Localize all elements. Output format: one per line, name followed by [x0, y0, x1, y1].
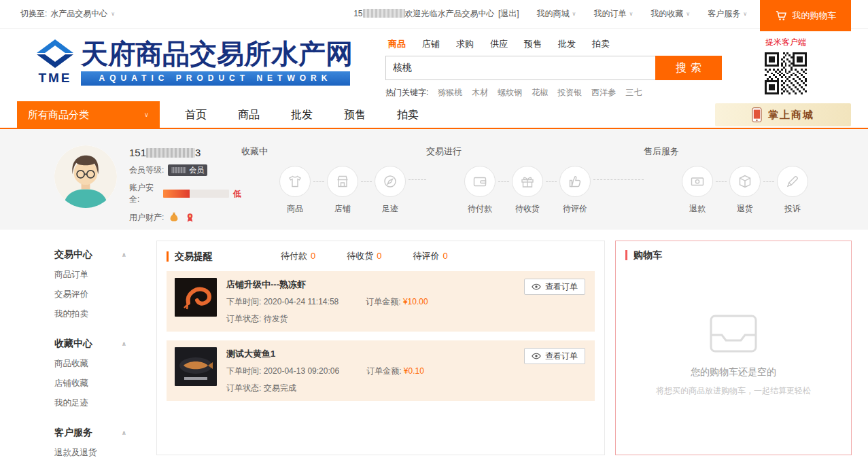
- thumbs-up-icon: [567, 173, 583, 190]
- panel-title: 交易提醒: [167, 251, 213, 262]
- switch-market-link[interactable]: 水产品交易中心: [50, 8, 107, 20]
- nav-item-home[interactable]: 首页: [169, 108, 222, 122]
- refund-icon: [689, 173, 706, 190]
- phone-icon: [752, 107, 762, 123]
- sidebar-item-my-footprints[interactable]: 我的足迹: [54, 397, 156, 409]
- chevron-down-icon: ∨: [686, 12, 690, 17]
- order-title[interactable]: 店铺升级中---熟冻虾: [226, 279, 428, 291]
- fav-shops-item[interactable]: 店铺: [324, 166, 361, 215]
- all-categories-button[interactable]: 所有商品分类 ∨: [17, 101, 160, 128]
- cart-empty-title: 您的购物车还是空的: [625, 366, 841, 378]
- pending-review-item[interactable]: 待评价: [557, 166, 593, 215]
- search-tab-buying[interactable]: 求购: [456, 38, 474, 50]
- hot-keyword[interactable]: 投资银: [557, 87, 582, 99]
- search-tab-auction[interactable]: 拍卖: [592, 38, 610, 50]
- mobile-mall-label: 掌上商城: [768, 109, 814, 122]
- security-progress-bar: [163, 190, 229, 198]
- nav-item-presale[interactable]: 预售: [328, 108, 381, 122]
- search-area: 商品 店铺 求购 供应 预售 批发 拍卖 搜索 热门关键字: 猕猴桃 木材 螺纹…: [385, 38, 722, 99]
- security-level-value: 低: [233, 188, 241, 200]
- refund-item[interactable]: 退款: [679, 166, 716, 215]
- sidebar-item-shop-favorites[interactable]: 店铺收藏: [54, 378, 156, 389]
- sidebar-item-product-orders[interactable]: 商品订单: [54, 269, 156, 281]
- menu-my-orders[interactable]: 我的订单 ∨: [593, 8, 633, 20]
- view-order-button[interactable]: 查看订单: [524, 279, 585, 295]
- tab-pending-receipt[interactable]: 待收货0: [347, 250, 381, 262]
- tab-pending-review[interactable]: 待评价0: [413, 250, 447, 262]
- sidebar-section-trading[interactable]: 交易中心 ∧: [54, 249, 126, 261]
- mobile-mall-banner[interactable]: 掌上商城: [715, 103, 851, 126]
- phone-prefix: 15: [353, 9, 362, 18]
- chevron-down-icon: ∨: [572, 12, 576, 17]
- footprints-item[interactable]: 足迹: [372, 166, 409, 215]
- medal-icon[interactable]: [184, 212, 196, 224]
- search-tab-supply[interactable]: 供应: [490, 38, 508, 50]
- my-cart-button[interactable]: 我的购物车: [760, 0, 851, 31]
- main-content: 交易中心 ∧ 商品订单 交易评价 我的拍卖 收藏中心 ∧ 商品收藏 店铺收藏 我…: [0, 230, 868, 460]
- search-button[interactable]: 搜索: [655, 56, 722, 80]
- return-goods-item[interactable]: 退货: [727, 166, 763, 215]
- hot-keyword[interactable]: 螺纹钢: [498, 87, 522, 99]
- cart-panel: 购物车 您的购物车还是空的 将想买的商品放进购物车，一起结算更轻松: [615, 241, 852, 455]
- hot-keyword[interactable]: 三七: [625, 87, 642, 99]
- group-favorites: 收藏中 商品 店铺 足迹: [241, 145, 409, 230]
- user-property-label: 用户财产:: [129, 212, 164, 224]
- hot-keyword[interactable]: 木材: [472, 87, 488, 99]
- logo-tme-text: TME: [38, 71, 71, 86]
- sidebar-item-trade-reviews[interactable]: 交易评价: [54, 289, 156, 300]
- cart-icon: [775, 10, 787, 22]
- sidebar-section-customer-service[interactable]: 客户服务 ∧: [54, 427, 126, 439]
- chevron-down-icon: ∨: [111, 12, 115, 17]
- hot-keyword[interactable]: 猕猴桃: [438, 87, 462, 99]
- search-tab-wholesale[interactable]: 批发: [558, 38, 576, 50]
- chevron-down-icon: ∨: [743, 12, 747, 17]
- order-thumbnail[interactable]: [175, 278, 217, 317]
- money-bag-icon[interactable]: [168, 211, 180, 224]
- order-thumbnail[interactable]: [175, 347, 217, 386]
- welcome-text: 15欢迎光临水产品交易中心 [退出]: [353, 8, 519, 20]
- menu-my-favorites-label: 我的收藏: [650, 8, 683, 20]
- welcome-message: 欢迎光临水产品交易中心: [405, 9, 495, 18]
- hot-keyword[interactable]: 花椒: [532, 87, 548, 99]
- menu-my-favorites[interactable]: 我的收藏 ∨: [650, 8, 690, 20]
- search-tab-shops[interactable]: 店铺: [422, 38, 440, 50]
- menu-customer-service[interactable]: 客户服务 ∨: [708, 8, 747, 20]
- account-security-label: 账户安全:: [129, 182, 159, 205]
- order-card: 店铺升级中---熟冻虾 下单时间: 2020-04-24 11:14:58 订单…: [167, 271, 595, 332]
- sidebar-item-goods-favorites[interactable]: 商品收藏: [54, 358, 156, 370]
- return-box-icon: [737, 173, 753, 190]
- order-time: 下单时间: 2020-04-13 09:20:06: [226, 366, 339, 377]
- cart-panel-title: 购物车: [625, 250, 841, 260]
- view-order-button[interactable]: 查看订单: [524, 348, 585, 364]
- sidebar-section-favorites[interactable]: 收藏中心 ∧: [54, 338, 126, 350]
- qr-code: [765, 52, 807, 94]
- pending-receipt-item[interactable]: 待收货: [509, 166, 546, 215]
- redacted-phone: [363, 9, 405, 18]
- hot-keyword[interactable]: 西洋参: [591, 87, 616, 99]
- redacted-username: [146, 148, 195, 158]
- site-logo[interactable]: TME 天府商品交易所水产网 AQUATIC PRODUCT NETWORK: [36, 39, 353, 86]
- tab-pending-payment[interactable]: 待付款0: [281, 250, 315, 262]
- search-input[interactable]: [385, 56, 655, 80]
- sidebar-item-refunds-returns[interactable]: 退款及退货: [54, 447, 156, 459]
- pending-payment-item[interactable]: 待付款: [462, 166, 498, 215]
- nav-item-wholesale[interactable]: 批发: [275, 108, 328, 122]
- search-tab-presale[interactable]: 预售: [524, 38, 542, 50]
- username: 1513: [129, 147, 241, 158]
- nav-item-goods[interactable]: 商品: [222, 108, 275, 122]
- complaint-item[interactable]: 投诉: [774, 166, 811, 215]
- logout-link[interactable]: [退出]: [498, 9, 519, 18]
- client-label: 提米客户端: [754, 37, 817, 48]
- nav-item-auction[interactable]: 拍卖: [381, 108, 434, 122]
- order-card: 测试大黄鱼1 下单时间: 2020-04-13 09:20:06 订单金额: ¥…: [167, 340, 595, 401]
- order-title[interactable]: 测试大黄鱼1: [226, 348, 424, 360]
- fav-goods-item[interactable]: 商品: [277, 166, 313, 215]
- sidebar: 交易中心 ∧ 商品订单 交易评价 我的拍卖 收藏中心 ∧ 商品收藏 店铺收藏 我…: [54, 241, 156, 460]
- eye-icon: [532, 283, 541, 290]
- search-tab-goods[interactable]: 商品: [388, 38, 406, 50]
- chevron-up-icon: ∧: [122, 430, 126, 436]
- cart-empty-subtitle: 将想买的商品放进购物车，一起结算更轻松: [625, 385, 841, 397]
- sidebar-item-my-auctions[interactable]: 我的拍卖: [54, 308, 156, 320]
- menu-my-mall[interactable]: 我的商城 ∨: [537, 8, 576, 20]
- tshirt-icon: [287, 173, 303, 190]
